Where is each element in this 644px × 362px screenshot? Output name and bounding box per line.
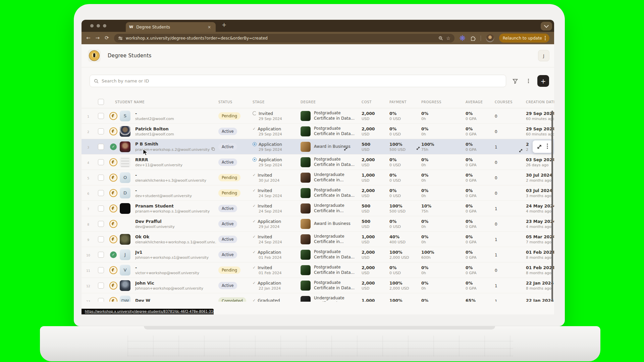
row-checkbox[interactable]: [98, 252, 104, 258]
table-row[interactable]: 6 D - dev+student@woolf.university Pendi…: [82, 185, 554, 201]
row-checkbox[interactable]: [98, 190, 104, 196]
url-bar[interactable]: workshop.x.university/degree-students?or…: [114, 34, 454, 43]
table-row[interactable]: 1 S - student2@woolf.com Pending Invited…: [82, 108, 554, 124]
vertical-scrollbar[interactable]: [551, 111, 553, 302]
forward-icon[interactable]: →: [96, 36, 100, 41]
reload-icon[interactable]: ⟳: [105, 36, 109, 41]
row-menu-button[interactable]: [547, 143, 548, 150]
verify-badge-icon: [109, 127, 117, 135]
back-icon[interactable]: ←: [86, 36, 91, 41]
browser-tab[interactable]: W Degree Students ×: [126, 22, 216, 32]
expand-courses-icon[interactable]: [519, 149, 523, 153]
row-number: 11: [86, 269, 90, 273]
row-checkbox[interactable]: [98, 221, 104, 227]
average-gpa: 0 GPA: [466, 271, 495, 275]
cost-unit: USD: [362, 271, 389, 275]
header-average[interactable]: AVERAGE: [466, 100, 495, 104]
table-row[interactable]: 13 DW Dev W Completed ✓Graduated Undergr…: [82, 293, 554, 302]
profile-avatar[interactable]: [486, 34, 494, 42]
payment-amount: 0 USD: [389, 117, 421, 121]
header-student-name[interactable]: STUDENT NAME: [107, 100, 218, 104]
payment-amount: 500 USD: [389, 209, 421, 214]
user-avatar-button[interactable]: J: [538, 50, 549, 61]
row-checkbox[interactable]: [98, 113, 104, 119]
window-maximize-dot[interactable]: [103, 24, 106, 27]
stage-label: Invited: [258, 173, 272, 178]
tab-search-chevron-button[interactable]: [541, 22, 552, 31]
extensions-puzzle-icon[interactable]: [470, 36, 476, 41]
filter-button[interactable]: [511, 78, 519, 84]
header-status[interactable]: STATUS: [218, 100, 253, 104]
window-minimize-dot[interactable]: [97, 24, 100, 27]
table-row[interactable]: 2 Patrick Bolton student1@woolf.com Acti…: [82, 124, 554, 139]
extension-gear-icon[interactable]: [460, 35, 465, 41]
browser-menu-icon[interactable]: [545, 36, 546, 40]
bookmark-star-icon[interactable]: ☆: [446, 36, 450, 41]
creation-date: 01 Feb 2024: [526, 250, 554, 255]
cost-unit: USD: [362, 147, 389, 152]
student-avatar: S: [120, 111, 130, 121]
header-progress[interactable]: PROGRESS: [421, 100, 466, 104]
stage-date: 24 Sep 2024: [259, 209, 301, 214]
tab-close-icon[interactable]: ×: [206, 25, 212, 29]
table-row[interactable]: 3 ✓ P B Smith pranam+workshop.s.2@woolf.…: [82, 139, 554, 155]
row-checkbox[interactable]: [98, 205, 104, 212]
degree-thumbnail: [301, 296, 311, 302]
row-checkbox[interactable]: [98, 267, 104, 273]
student-name: P B Smith: [135, 141, 218, 146]
header-creation-date[interactable]: CREATION DATE: [526, 100, 554, 104]
stage-label: Application: [259, 142, 282, 147]
table-row[interactable]: 9 Ok Ok olenakhilchenko+workshop.s.1@woo…: [82, 232, 554, 247]
select-all-checkbox[interactable]: [98, 99, 104, 105]
student-email: victor+workshop@woolf.university: [135, 271, 216, 275]
degree-label: Postgraduate Certificate in Data...: [314, 111, 357, 121]
creation-relative: 8 months ago: [526, 286, 554, 291]
header-payment[interactable]: PAYMENT: [389, 100, 421, 104]
stage-label: Invited: [258, 188, 272, 193]
payment-value: 0%: [389, 265, 421, 270]
stage-label: Application: [258, 281, 281, 286]
stage-date: 01 Feb 2024: [259, 271, 301, 275]
table-row[interactable]: 8 Dev Prafful dev@woolf.university Activ…: [82, 216, 554, 232]
zoom-out-icon[interactable]: [438, 36, 443, 41]
verify-badge-icon: [109, 204, 117, 213]
window-close-dot[interactable]: [90, 24, 94, 27]
table-row[interactable]: 4 RRRR dev+11@woolf.university Active Ap…: [82, 155, 554, 170]
relaunch-to-update-button[interactable]: Relaunch to update: [499, 34, 549, 43]
university-logo[interactable]: [88, 49, 101, 62]
table-row[interactable]: 11 V - victor+workshop@woolf.university …: [82, 262, 554, 278]
new-tab-button[interactable]: +: [222, 23, 226, 26]
table-row[interactable]: 12 John Vic Johnson+workshop@woolf.unive…: [82, 278, 554, 293]
cost-value: 1,000: [362, 234, 389, 239]
table-row[interactable]: 5 O - olenakhilchenko+s.3@woolf.universi…: [82, 170, 554, 185]
add-student-button[interactable]: +: [537, 75, 549, 87]
more-options-button[interactable]: [524, 79, 532, 83]
row-checkbox[interactable]: [98, 144, 104, 150]
window-controls[interactable]: [90, 24, 106, 27]
search-input[interactable]: Search by name or ID: [90, 75, 506, 87]
verify-badge-icon: [109, 220, 117, 228]
cost-value: 2,000: [362, 250, 389, 255]
table-row[interactable]: 7 Pranam Student pranam+workshop.s.1@woo…: [82, 201, 554, 216]
header-cost[interactable]: COST: [362, 100, 389, 104]
row-checkbox[interactable]: [98, 298, 104, 302]
stage-date: 24 Sep 2024: [259, 240, 301, 244]
stage-icon: [253, 142, 257, 146]
row-checkbox[interactable]: [98, 175, 104, 181]
row-checkbox[interactable]: [98, 159, 104, 165]
copy-email-icon[interactable]: [211, 147, 215, 152]
stage-icon: [253, 158, 257, 162]
row-checkbox[interactable]: [98, 236, 104, 242]
tune-icon[interactable]: [118, 36, 123, 41]
url-text[interactable]: workshop.x.university/degree-students?or…: [126, 36, 435, 41]
expand-payment-icon[interactable]: [416, 146, 420, 150]
expand-degree-icon[interactable]: [344, 147, 347, 151]
row-checkbox[interactable]: [98, 283, 104, 289]
table-row[interactable]: 10 ✓ J Jv1 johnson+workshop.s1@woolf.uni…: [82, 247, 554, 262]
header-stage[interactable]: STAGE: [253, 100, 301, 104]
header-courses[interactable]: COURSES: [495, 100, 526, 104]
header-degree[interactable]: DEGREE: [301, 100, 362, 104]
student-name: Ok Ok: [135, 234, 218, 239]
row-checkbox[interactable]: [98, 128, 104, 134]
expand-row-button[interactable]: [537, 144, 542, 149]
